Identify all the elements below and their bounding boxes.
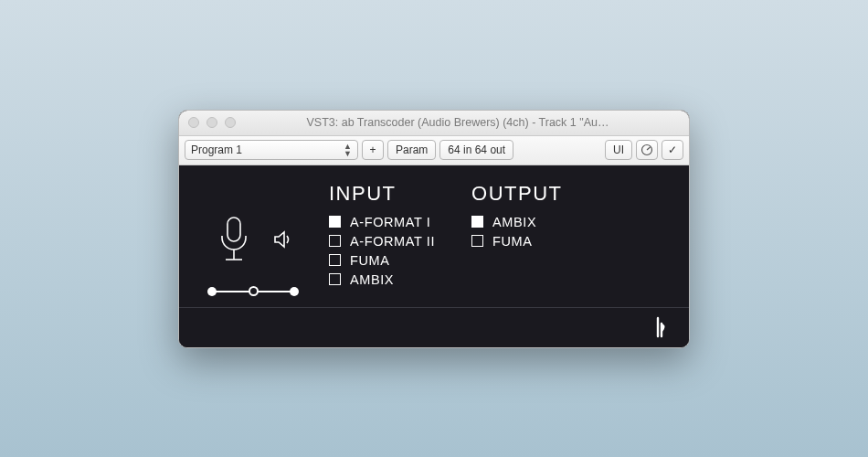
option-label: FUMA — [350, 253, 389, 268]
program-select[interactable]: Program 1 ▲▼ — [185, 140, 358, 160]
add-program-button[interactable]: + — [362, 140, 384, 160]
output-column: OUTPUT AMBIX FUMA — [471, 182, 562, 298]
option-label: A-FORMAT II — [350, 234, 435, 249]
slider-node — [290, 287, 299, 296]
checkbox-icon — [329, 273, 341, 285]
traffic-lights — [188, 117, 236, 128]
speaker-icon — [271, 228, 293, 250]
checkbox-icon — [471, 235, 483, 247]
svg-line-1 — [647, 147, 651, 150]
input-column: INPUT A-FORMAT I A-FORMAT II FUMA AMBIX — [329, 182, 435, 298]
option-label: AMBIX — [350, 272, 394, 287]
input-option[interactable]: AMBIX — [329, 272, 435, 287]
ui-button[interactable]: UI — [605, 140, 632, 160]
output-option[interactable]: FUMA — [471, 234, 562, 249]
knob-button[interactable] — [636, 140, 658, 160]
option-label: FUMA — [492, 234, 532, 249]
window-title: VST3: ab Transcoder (Audio Brewers) (4ch… — [236, 116, 680, 129]
program-label: Program 1 — [191, 143, 242, 156]
left-icon-panel — [203, 182, 303, 298]
checkbox-icon — [329, 235, 341, 247]
option-label: A-FORMAT I — [350, 215, 430, 229]
output-option[interactable]: AMBIX — [471, 215, 562, 229]
param-button[interactable]: Param — [387, 140, 436, 160]
slider-node — [207, 287, 217, 296]
confirm-button[interactable]: ✓ — [662, 140, 683, 160]
updown-icon: ▲▼ — [344, 143, 352, 157]
checkbox-icon — [329, 216, 341, 228]
plugin-body: INPUT A-FORMAT I A-FORMAT II FUMA AMBIX — [179, 165, 689, 307]
titlebar[interactable]: VST3: ab Transcoder (Audio Brewers) (4ch… — [179, 111, 689, 136]
input-option[interactable]: A-FORMAT II — [329, 234, 435, 249]
option-label: AMBIX — [492, 215, 536, 229]
minimize-icon[interactable] — [206, 117, 217, 128]
slider[interactable] — [207, 285, 299, 298]
brand-logo-icon — [647, 314, 672, 340]
svg-rect-2 — [228, 218, 240, 241]
close-icon[interactable] — [188, 117, 199, 128]
checkbox-icon — [471, 216, 483, 228]
microphone-icon — [213, 214, 255, 265]
zoom-icon[interactable] — [225, 117, 236, 128]
slider-handle[interactable] — [249, 286, 259, 296]
input-option[interactable]: FUMA — [329, 253, 435, 268]
option-columns: INPUT A-FORMAT I A-FORMAT II FUMA AMBIX — [329, 182, 665, 298]
output-heading: OUTPUT — [471, 182, 562, 206]
toolbar: Program 1 ▲▼ + Param 64 in 64 out UI ✓ — [179, 136, 689, 165]
plugin-window: VST3: ab Transcoder (Audio Brewers) (4ch… — [178, 110, 690, 348]
footer — [179, 307, 689, 347]
input-option[interactable]: A-FORMAT I — [329, 215, 435, 229]
io-button[interactable]: 64 in 64 out — [439, 140, 513, 160]
checkbox-icon — [329, 254, 341, 266]
knob-icon — [640, 143, 653, 156]
input-heading: INPUT — [329, 182, 435, 206]
